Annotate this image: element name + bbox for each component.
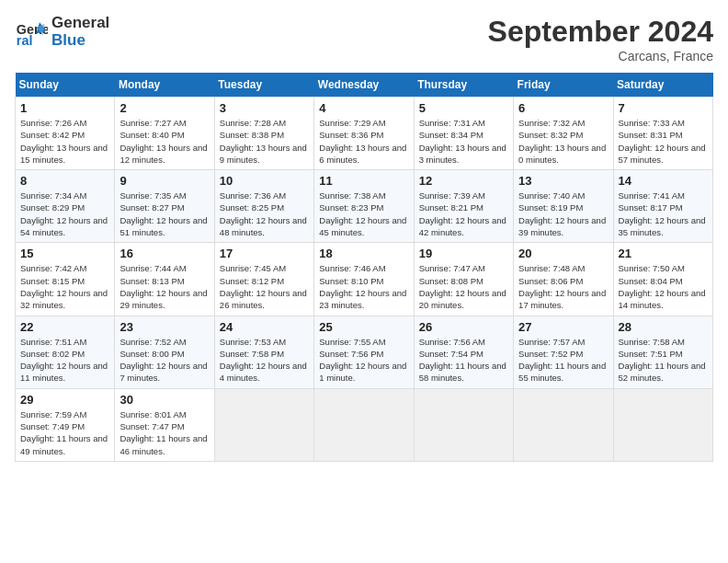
day-info: Sunrise: 7:47 AM Sunset: 8:08 PM Dayligh… — [419, 262, 508, 311]
day-number: 27 — [518, 320, 608, 334]
calendar-cell: 19 Sunrise: 7:47 AM Sunset: 8:08 PM Dayl… — [414, 243, 513, 316]
day-number: 14 — [619, 174, 708, 188]
col-thursday: Thursday — [414, 73, 513, 98]
day-number: 23 — [119, 320, 209, 334]
calendar-week-row: 15 Sunrise: 7:42 AM Sunset: 8:15 PM Dayl… — [16, 243, 713, 316]
calendar-cell: 5 Sunrise: 7:31 AM Sunset: 8:34 PM Dayli… — [414, 98, 513, 170]
day-info: Sunrise: 7:57 AM Sunset: 7:52 PM Dayligh… — [518, 336, 608, 385]
calendar-cell — [414, 388, 513, 461]
day-number: 13 — [518, 174, 608, 188]
day-number: 12 — [419, 174, 508, 188]
calendar-cell: 4 Sunrise: 7:29 AM Sunset: 8:36 PM Dayli… — [314, 98, 414, 170]
calendar-cell: 1 Sunrise: 7:26 AM Sunset: 8:42 PM Dayli… — [16, 98, 115, 170]
day-number: 15 — [20, 247, 109, 260]
svg-text:ral: ral — [17, 33, 33, 48]
col-wednesday: Wednesday — [314, 73, 414, 98]
day-info: Sunrise: 7:39 AM Sunset: 8:21 PM Dayligh… — [419, 190, 508, 238]
calendar-cell — [214, 388, 313, 461]
day-info: Sunrise: 7:58 AM Sunset: 7:51 PM Dayligh… — [619, 336, 708, 385]
calendar-cell: 24 Sunrise: 7:53 AM Sunset: 7:58 PM Dayl… — [214, 316, 313, 388]
day-info: Sunrise: 7:28 AM Sunset: 8:38 PM Dayligh… — [220, 117, 309, 166]
calendar-cell: 29 Sunrise: 7:59 AM Sunset: 7:49 PM Dayl… — [16, 388, 115, 461]
day-number: 9 — [119, 174, 209, 188]
location: Carcans, France — [488, 49, 713, 63]
day-info: Sunrise: 7:31 AM Sunset: 8:34 PM Dayligh… — [419, 117, 508, 166]
title-block: September 2024 Carcans, France — [488, 15, 713, 63]
day-info: Sunrise: 7:55 AM Sunset: 7:56 PM Dayligh… — [319, 336, 408, 385]
day-number: 29 — [20, 393, 109, 407]
calendar-cell: 2 Sunrise: 7:27 AM Sunset: 8:40 PM Dayli… — [115, 98, 214, 170]
page-header: Gene ral General Blue September 2024 Car… — [15, 15, 713, 63]
day-info: Sunrise: 7:38 AM Sunset: 8:23 PM Dayligh… — [319, 190, 408, 238]
day-number: 26 — [419, 320, 508, 334]
calendar-week-row: 22 Sunrise: 7:51 AM Sunset: 8:02 PM Dayl… — [16, 316, 713, 388]
calendar-table: Sunday Monday Tuesday Wednesday Thursday… — [15, 73, 713, 462]
calendar-cell: 18 Sunrise: 7:46 AM Sunset: 8:10 PM Dayl… — [314, 243, 414, 316]
day-info: Sunrise: 7:40 AM Sunset: 8:19 PM Dayligh… — [518, 190, 608, 238]
calendar-cell: 28 Sunrise: 7:58 AM Sunset: 7:51 PM Dayl… — [613, 316, 712, 388]
day-info: Sunrise: 7:41 AM Sunset: 8:17 PM Dayligh… — [619, 190, 708, 238]
day-info: Sunrise: 7:53 AM Sunset: 7:58 PM Dayligh… — [220, 336, 309, 385]
day-info: Sunrise: 7:48 AM Sunset: 8:06 PM Dayligh… — [518, 262, 608, 311]
day-number: 7 — [619, 101, 708, 115]
day-info: Sunrise: 7:36 AM Sunset: 8:25 PM Dayligh… — [220, 190, 309, 238]
day-info: Sunrise: 7:52 AM Sunset: 8:00 PM Dayligh… — [119, 336, 209, 385]
day-number: 8 — [20, 174, 109, 188]
day-info: Sunrise: 7:44 AM Sunset: 8:13 PM Dayligh… — [119, 262, 209, 311]
calendar-cell: 6 Sunrise: 7:32 AM Sunset: 8:32 PM Dayli… — [514, 98, 613, 170]
col-tuesday: Tuesday — [214, 73, 313, 98]
day-number: 21 — [619, 247, 708, 260]
calendar-cell: 17 Sunrise: 7:45 AM Sunset: 8:12 PM Dayl… — [214, 243, 313, 316]
calendar-cell: 9 Sunrise: 7:35 AM Sunset: 8:27 PM Dayli… — [115, 170, 214, 243]
calendar-cell — [314, 388, 414, 461]
day-info: Sunrise: 7:46 AM Sunset: 8:10 PM Dayligh… — [319, 262, 408, 311]
day-number: 22 — [20, 320, 109, 334]
day-number: 1 — [20, 101, 109, 115]
calendar-cell: 23 Sunrise: 7:52 AM Sunset: 8:00 PM Dayl… — [115, 316, 214, 388]
day-number: 16 — [119, 247, 209, 260]
day-number: 20 — [518, 247, 608, 260]
day-number: 17 — [220, 247, 309, 260]
calendar-cell: 22 Sunrise: 7:51 AM Sunset: 8:02 PM Dayl… — [16, 316, 115, 388]
logo-text-blue: Blue — [51, 32, 109, 50]
day-number: 25 — [319, 320, 408, 334]
day-number: 18 — [319, 247, 408, 260]
day-info: Sunrise: 7:51 AM Sunset: 8:02 PM Dayligh… — [20, 336, 109, 385]
day-info: Sunrise: 7:26 AM Sunset: 8:42 PM Dayligh… — [20, 117, 109, 166]
day-number: 3 — [220, 101, 309, 115]
calendar-cell — [613, 388, 712, 461]
header-row: Sunday Monday Tuesday Wednesday Thursday… — [16, 73, 713, 98]
day-number: 19 — [419, 247, 508, 260]
logo: Gene ral General Blue — [15, 15, 109, 49]
col-sunday: Sunday — [16, 73, 115, 98]
day-info: Sunrise: 7:35 AM Sunset: 8:27 PM Dayligh… — [119, 190, 209, 238]
calendar-body: 1 Sunrise: 7:26 AM Sunset: 8:42 PM Dayli… — [16, 98, 713, 462]
day-number: 11 — [319, 174, 408, 188]
day-number: 5 — [419, 101, 508, 115]
calendar-cell: 7 Sunrise: 7:33 AM Sunset: 8:31 PM Dayli… — [613, 98, 712, 170]
day-number: 6 — [518, 101, 608, 115]
calendar-cell: 10 Sunrise: 7:36 AM Sunset: 8:25 PM Dayl… — [214, 170, 313, 243]
col-friday: Friday — [514, 73, 613, 98]
day-info: Sunrise: 7:50 AM Sunset: 8:04 PM Dayligh… — [619, 262, 708, 311]
calendar-cell: 13 Sunrise: 7:40 AM Sunset: 8:19 PM Dayl… — [514, 170, 613, 243]
day-info: Sunrise: 8:01 AM Sunset: 7:47 PM Dayligh… — [119, 408, 209, 457]
day-info: Sunrise: 7:29 AM Sunset: 8:36 PM Dayligh… — [319, 117, 408, 166]
logo-text-general: General — [51, 15, 109, 32]
calendar-cell: 15 Sunrise: 7:42 AM Sunset: 8:15 PM Dayl… — [16, 243, 115, 316]
logo-icon: Gene ral — [15, 16, 48, 49]
day-info: Sunrise: 7:45 AM Sunset: 8:12 PM Dayligh… — [220, 262, 309, 311]
day-info: Sunrise: 7:27 AM Sunset: 8:40 PM Dayligh… — [119, 117, 209, 166]
day-info: Sunrise: 7:42 AM Sunset: 8:15 PM Dayligh… — [20, 262, 109, 311]
day-info: Sunrise: 7:33 AM Sunset: 8:31 PM Dayligh… — [619, 117, 708, 166]
month-title: September 2024 — [488, 15, 713, 49]
day-number: 30 — [119, 393, 209, 407]
calendar-cell — [514, 388, 613, 461]
calendar-cell: 11 Sunrise: 7:38 AM Sunset: 8:23 PM Dayl… — [314, 170, 414, 243]
calendar-week-row: 8 Sunrise: 7:34 AM Sunset: 8:29 PM Dayli… — [16, 170, 713, 243]
day-number: 24 — [220, 320, 309, 334]
calendar-week-row: 29 Sunrise: 7:59 AM Sunset: 7:49 PM Dayl… — [16, 388, 713, 461]
calendar-cell: 21 Sunrise: 7:50 AM Sunset: 8:04 PM Dayl… — [613, 243, 712, 316]
calendar-cell: 26 Sunrise: 7:56 AM Sunset: 7:54 PM Dayl… — [414, 316, 513, 388]
day-info: Sunrise: 7:32 AM Sunset: 8:32 PM Dayligh… — [518, 117, 608, 166]
